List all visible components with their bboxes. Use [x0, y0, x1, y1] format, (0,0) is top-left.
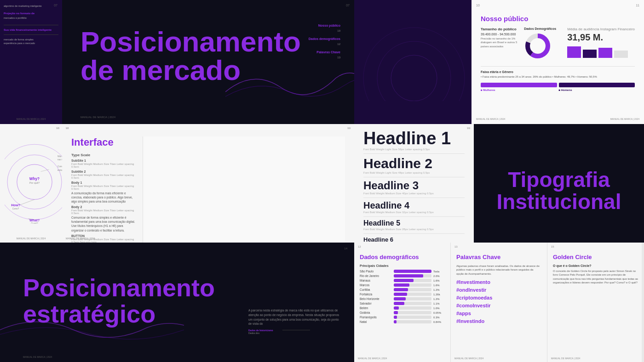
bar-row: Florianópolis0.3% [360, 316, 445, 319]
golden-desc: O conceito de Golden Circle foi proposto… [553, 269, 638, 285]
nosso-publico-title: Nosso público [481, 15, 635, 23]
body2-label: Body 2 [71, 205, 136, 209]
page-num-c6b: 99 [347, 127, 351, 130]
card-headlines-tipografia: 99 Headline 1Font Bold Weight Light Size… [354, 124, 644, 243]
type-scale-label: Type Scale [71, 153, 136, 157]
card1-purple2: Sua vida financeiramente inteligente [4, 28, 58, 31]
palavras-chave-panel: 13 Palavras Chave Algumas palavras chave… [451, 243, 547, 362]
golden-footer: MANUAL DE MARCA | 2024 [551, 357, 580, 360]
card-posicionamento-mercado: 07 Posicionamento de mercado Nosso públi… [62, 0, 354, 124]
bar-chart: São PauloTodaRio de Janeiro2.0%Manaus1.6… [360, 270, 445, 323]
card1-text1: algoritmo de marketing inteligente [4, 5, 58, 8]
bar-row: Natal0.84% [360, 320, 445, 323]
interface-title: Interface [71, 136, 136, 148]
keyword-item: #apps [456, 311, 541, 316]
svg-text:Por quê?: Por quê? [29, 181, 40, 184]
page-num-c9b: 13 [454, 245, 458, 248]
strat-wave-deco [0, 311, 184, 348]
svg-point-2 [363, 28, 465, 101]
bar-row: São PauloToda [360, 270, 445, 273]
page-num-c6a: 98 [66, 127, 69, 130]
bar-row: Salvador1.1% [360, 302, 445, 305]
card-positioning-small: 07 algoritmo de marketing inteligente Pr… [0, 0, 62, 124]
headline-item: Headline 5Font Bold Weight Medium Size 2… [363, 220, 465, 234]
card1-footer: MANUAL DE MARCA | 2024 [0, 118, 62, 120]
card-golden-circle-small: 98 Why? Por quê? How? Como? What? O quê?… [0, 124, 62, 243]
svg-point-0 [391, 55, 437, 101]
golden-subtitle: O que é o Golden Circle? [553, 264, 638, 267]
card1-purple1: Projeção no formato de [4, 12, 58, 15]
dados-footer: MANUAL DE MARCA | 2024 [358, 357, 387, 360]
headlines-list: Headline 1Font Bold Weight Light Size 56… [363, 130, 465, 243]
headline-item: Headline 1Font Bold Weight Light Size 56… [363, 130, 465, 154]
tipografia-title: Tipografia Institucional [497, 169, 621, 213]
headline-item: Headline 4Font Bold Weight Medium Size 3… [363, 201, 465, 217]
page-num-c9a: 12 [358, 245, 361, 248]
concentric-arcs-deco [359, 9, 469, 101]
bar-row: Goiânia0.05% [360, 311, 445, 314]
bar-row: Belo Horizonte1.2% [360, 297, 445, 300]
donut-chart [524, 32, 552, 60]
card-nosso-publico: 10 11 Nosso público Tamanho do público 3… [472, 0, 644, 124]
subtitle2-meta: Font Bold Weight Medium Size Titan Lette… [71, 174, 136, 179]
svg-line-11 [20, 199, 34, 205]
keyword-item: #Investimento [456, 279, 541, 285]
subtitle2-label: Subtitle 2 [71, 170, 136, 173]
tipografia-dark-panel: Tipografia Institucional [474, 124, 644, 243]
keyword-item: #comoInvestir [456, 303, 541, 308]
bar-row: Rio de Janeiro2.0% [360, 274, 445, 277]
page-number-card2: 07 [346, 4, 350, 7]
headlines-panel: 99 Headline 1Font Bold Weight Light Size… [354, 124, 474, 243]
pub-size-desc: Precisão no tamanho de 1% dialogam em Br… [481, 37, 519, 48]
card-interface-typography: 98 99 Interface Type Scale SubSite 1 Fon… [62, 124, 354, 243]
bar-row: Curitiba1.2% [360, 288, 445, 291]
svg-text:Não estamos aqui que iremos: Não estamos aqui que iremos [58, 155, 62, 158]
card4-footer: MANUAL DE MARCA | 2024 [476, 118, 505, 120]
principais-cidades-label: Principais Cidades [360, 264, 445, 267]
svg-point-1 [377, 41, 451, 101]
dados-demograficos-panel: 12 Dados demográficos Principais Cidades… [354, 243, 451, 362]
concentric-circles-diagram: Why? Por quê? How? Como? What? O quê? Nã… [5, 132, 62, 224]
card-dados-palavras-golden: 12 Dados demográficos Principais Cidades… [354, 243, 644, 362]
page-num-c5: 98 [56, 127, 59, 130]
pub-size-label: Tamanho do público [481, 27, 519, 31]
body2-text: Comunicar de forma simples e eficiente é… [71, 215, 136, 232]
pub-size-value: 39.400.000 - 94.500.000 [481, 33, 519, 36]
big-number: 31,95 M. [567, 32, 635, 43]
body2-meta: Font Bold Weight Medium Size Titan Lette… [71, 209, 136, 215]
page-num-c7: 99 [467, 127, 470, 130]
keyword-item: #criptomoedas [456, 295, 541, 300]
body1-text: A comunicação da forma mais eficiente e … [71, 191, 136, 204]
dados-demograficos-label: Dados Demográficos [524, 27, 563, 30]
card-posicionamento-estrategico: 14 Posicionamento estratégico A parceria… [0, 243, 354, 362]
palavras-footer: MANUAL DE MARCA | 2024 [454, 357, 483, 360]
svg-text:estratégias digitais: estratégias digitais [58, 169, 62, 171]
svg-text:Como?: Como? [12, 208, 19, 210]
homens-label: ■ Homens [559, 89, 635, 91]
svg-text:nas negócios de marketing: nas negócios de marketing [58, 158, 62, 161]
big-num-label: Média de audiência Instagram Financeiro [567, 27, 635, 31]
bar-row: Fortaleza1.26k [360, 293, 445, 296]
svg-text:Why?: Why? [29, 177, 40, 181]
golden-circle-panel: 15 Golden Circle O que é o Golden Circle… [547, 243, 644, 362]
svg-text:Como iremos otimizar as: Como iremos otimizar as [58, 165, 62, 168]
svg-text:What?: What? [29, 218, 40, 222]
bar-row: Manaus1.6% [360, 279, 445, 282]
card8-footer: MANUAL DE MARCA | 2024 [23, 356, 52, 358]
page-num-10: 10 [476, 4, 480, 7]
svg-text:How?: How? [11, 203, 20, 207]
faixa-desc: • Faixa etária predominante 25 a 34 anos… [481, 75, 635, 79]
page-number: 07 [54, 4, 58, 7]
headline-item: Headline 6Font Bold Weight Medium Size 1… [363, 237, 465, 243]
svg-text:O quê?: O quê? [31, 222, 38, 224]
golden-title: Golden Circle [553, 254, 638, 260]
card1-content: algoritmo de marketing inteligente Proje… [0, 0, 62, 52]
palavras-title: Palavras Chave [456, 254, 541, 260]
card-middle-dark [354, 0, 472, 124]
strat-right-text: A parceria nesta estratégia de marca não… [248, 308, 340, 344]
keyword-item: #Investindo [456, 318, 541, 324]
body1-label: Body 1 [71, 181, 136, 184]
posicionamento-title: Posicionamento de mercado [80, 28, 336, 85]
bar-row: Marcos1.6% [360, 283, 445, 287]
bar-row: Belém1.0% [360, 306, 445, 310]
